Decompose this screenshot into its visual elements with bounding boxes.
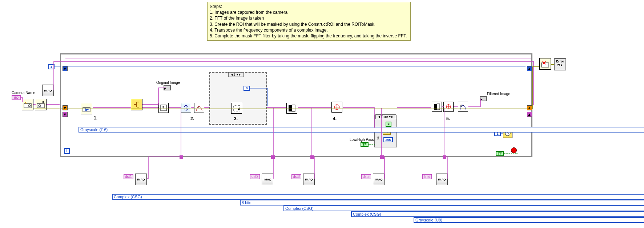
tunnel-final <box>443 155 446 159</box>
dst3-label: dst3 <box>291 174 301 179</box>
stop-bool-terminal: TF <box>496 151 504 156</box>
imaq-inverse-fft-vi: ℱ⁻ <box>458 102 468 112</box>
dst2-label: dst2 <box>250 174 260 179</box>
shift-reg-right-err: ▲ <box>527 105 532 110</box>
imaq-create-dst1 <box>135 174 147 185</box>
camera-name-terminal: I/O <box>12 95 21 100</box>
step-5: 5. <box>446 116 450 121</box>
loop-iteration-terminal: i <box>64 148 70 154</box>
sequence-selector[interactable]: 1 <box>228 72 244 77</box>
const-one-a: 1 <box>48 64 55 69</box>
complex-flip-frequency-vi-1 <box>331 102 342 113</box>
case-selector[interactable]: True <box>375 114 396 119</box>
step-2: 2. <box>190 116 194 121</box>
svg-rect-12 <box>289 105 292 111</box>
dst1-label: dst1 <box>124 174 133 179</box>
step-1: 1. <box>94 115 97 121</box>
const-zero: 0 <box>243 86 250 91</box>
comment-line-3: 3. Create the ROI that will be masked by… <box>210 21 408 27</box>
grayscale-i16-ring[interactable]: Grayscale (I16) <box>79 127 644 133</box>
imaq-create-dst3 <box>303 174 315 185</box>
svg-rect-15 <box>434 104 437 110</box>
tunnel-dst3 <box>310 155 314 159</box>
svg-rect-13 <box>292 105 295 111</box>
svg-text:▶: ▶ <box>43 101 45 103</box>
imaq-cast-vi <box>181 103 191 113</box>
tunnel-dst2 <box>271 155 275 159</box>
complex-csg-ring-3[interactable]: Complex (CSG) <box>351 211 644 217</box>
imaq-getimagesize-vi: ? <box>158 103 169 113</box>
eightbits-ring[interactable]: 8 bits <box>240 200 644 205</box>
comment-line-1: 1. Images are captured from the camera <box>210 9 408 15</box>
roi-to-mask-vi <box>286 103 297 114</box>
split-signal-vi <box>131 99 142 110</box>
tunnel-dst1 <box>180 155 183 159</box>
and-label: & <box>377 136 379 140</box>
comment-line-5: 5. Complete the mask FFT filter by takin… <box>210 33 408 39</box>
imaq-create-dst2 <box>262 174 273 185</box>
original-image-terminal: ▸ <box>164 85 171 90</box>
steps-comment: Steps: 1. Images are captured from the c… <box>207 2 411 41</box>
grayscale-u8-ring[interactable]: Grayscale (U8) <box>414 217 644 223</box>
dst5-label: dst5 <box>361 174 371 179</box>
svg-text:?: ? <box>162 106 164 110</box>
imaq-fft-vi: ℱ <box>194 103 204 113</box>
filtered-image-terminal: ▸ <box>480 96 487 101</box>
simple-error-handler-vi: Error?!▲ <box>554 58 566 70</box>
svg-text:+: + <box>238 107 240 111</box>
original-image-label: Original Image <box>156 81 180 85</box>
svg-text:ℱ⁻: ℱ⁻ <box>460 105 464 107</box>
construct-roi-vi: + <box>231 103 242 114</box>
step-4: 4. <box>333 116 337 121</box>
complex-csg-ring-2[interactable]: Complex (CSG) <box>283 205 644 211</box>
imaq-create-dst5 <box>373 174 385 185</box>
comment-line-2: 2. FFT of the image is taken <box>210 15 408 21</box>
shift-reg-right-i32: ▲ <box>527 66 532 71</box>
shift-reg-left-ref: ▼ <box>63 112 68 117</box>
loop-stop-condition <box>511 147 517 153</box>
svg-rect-0 <box>24 103 31 108</box>
imaqdx-close-vi <box>539 58 551 70</box>
final-label: final <box>422 174 432 179</box>
shift-reg-right-ref: ▲ <box>527 112 532 117</box>
svg-rect-16 <box>437 104 440 110</box>
sequence-structure: 1 + <box>209 72 267 125</box>
not-constant: F <box>386 122 391 127</box>
imaq-mask-vi <box>432 102 442 112</box>
lowhighpass-label: Low/High Pass <box>350 138 374 142</box>
imaq-create-final <box>436 174 448 185</box>
shift-reg-left-err: ▼ <box>63 105 68 110</box>
comment-line-4: 4. Transpose the frequency components of… <box>210 27 408 33</box>
svg-text:ℱ: ℱ <box>198 106 200 108</box>
camera-name-label: Camera Name <box>12 91 35 95</box>
imaq-create-top-vi <box>42 85 54 96</box>
lowhighpass-terminal: TF <box>361 142 369 147</box>
filtered-image-label: Filtered Image <box>487 92 510 96</box>
imaqdx-configure-vi: ▶ <box>35 99 47 110</box>
imaqdx-open-vi <box>22 99 33 110</box>
mask-value-const: 255 <box>383 137 393 142</box>
shift-reg-left-i32: ▼ <box>63 66 68 71</box>
imaqdx-grab-vi <box>81 103 92 114</box>
step-3: 3. <box>234 116 238 121</box>
tunnel-dst5 <box>380 155 384 159</box>
complex-csg-ring-1[interactable]: Complex (CSG) <box>112 194 644 200</box>
complex-flip-frequency-vi-2 <box>443 102 454 112</box>
comment-title: Steps: <box>210 4 408 9</box>
